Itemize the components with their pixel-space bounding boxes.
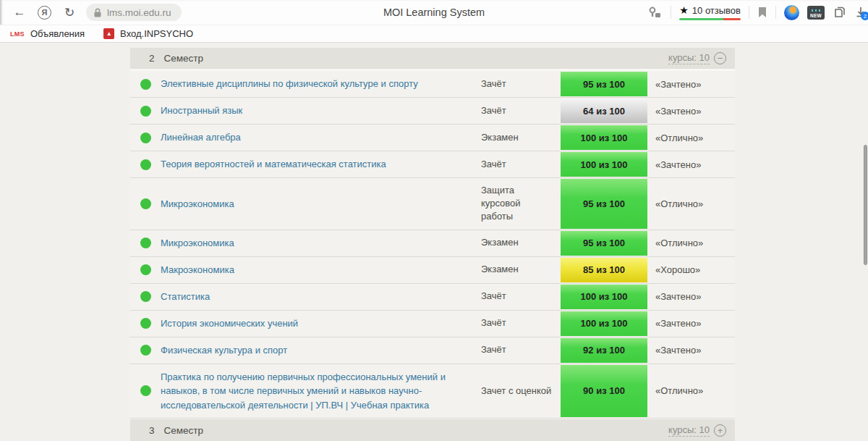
score-badge: 95 из 100 <box>561 72 647 96</box>
semester-number: 2 <box>149 53 155 64</box>
course-row: Иностранный языкЗачёт64 из 100«Зачтено» <box>130 98 735 125</box>
grade-text: «Отлично» <box>647 178 735 230</box>
score-badge: 64 из 100 <box>561 98 647 123</box>
course-link[interactable]: Микроэкономика <box>161 197 234 211</box>
bookmark-item-announcements[interactable]: LMS Объявления <box>10 28 85 39</box>
toolbar-separator <box>671 6 671 19</box>
score-cell: 95 из 100 <box>561 178 647 230</box>
collections-icon[interactable] <box>833 7 847 19</box>
status-cell <box>130 125 161 151</box>
course-status-icon <box>140 291 151 302</box>
course-link[interactable]: Микроэкономика <box>161 236 234 251</box>
course-row: МикроэкономикаЭкзамен95 из 100«Отлично» <box>130 230 735 257</box>
course-row: Практика по получению первичных професси… <box>130 364 735 419</box>
score-cell: 92 из 100 <box>561 337 647 364</box>
inpsycho-favicon: ▲ <box>103 28 114 39</box>
assessment-type: Экзамен <box>481 257 561 283</box>
score-cell: 100 из 100 <box>561 151 647 177</box>
assessment-type: Зачёт <box>481 151 561 177</box>
course-status-icon <box>140 159 151 170</box>
course-row: СтатистикаЗачёт100 из 100«Зачтено» <box>130 284 735 311</box>
status-cell <box>130 257 161 283</box>
expand-plus-icon[interactable]: + <box>714 424 726 437</box>
grade-text: «Отлично» <box>647 125 735 151</box>
collapse-minus-icon[interactable]: − <box>714 52 726 64</box>
refresh-icon[interactable]: ↻ <box>60 5 79 20</box>
status-cell <box>130 151 161 177</box>
bookmark-label: Объявления <box>30 28 85 39</box>
course-link[interactable]: Линейная алгебра <box>161 130 241 145</box>
browser-extension-icon[interactable] <box>784 5 799 20</box>
course-link[interactable]: Физическая культура и спорт <box>161 343 287 358</box>
address-bar[interactable]: lms.moi.edu.ru <box>86 4 182 21</box>
grade-text: «Отлично» <box>647 230 735 256</box>
course-status-icon <box>140 318 151 329</box>
course-link[interactable]: Макроэкономика <box>161 263 234 277</box>
grade-text: «Зачтено» <box>647 311 735 337</box>
score-cell: 100 из 100 <box>561 125 647 151</box>
toolbar-right-icons: ★ 10 отзывов NEW <box>648 4 862 20</box>
course-status-icon <box>140 133 151 143</box>
password-manager-icon[interactable] <box>648 7 663 19</box>
course-link[interactable]: Практика по получению первичных професси… <box>161 370 464 413</box>
grade-text: «Зачтено» <box>647 337 735 364</box>
course-row: Линейная алгебраЭкзамен100 из 100«Отличн… <box>130 125 735 151</box>
reviews-rating[interactable]: ★ 10 отзывов <box>679 4 741 20</box>
grade-text: «Зачтено» <box>647 98 735 124</box>
status-cell <box>130 71 161 97</box>
grade-text: «Хорошо» <box>647 257 735 283</box>
browser-toolbar: ← Я ↻ lms.moi.edu.ru MOI Learning System <box>0 0 868 25</box>
course-status-icon <box>140 345 151 356</box>
score-badge: 85 из 100 <box>561 258 647 282</box>
grade-text: «Отлично» <box>647 364 735 419</box>
assessment-type: Экзамен <box>481 230 561 256</box>
bookmark-item-inpsycho[interactable]: ▲ Вход.INPSYCHO <box>103 28 193 39</box>
browser-chrome: ← Я ↻ lms.moi.edu.ru MOI Learning System <box>0 0 868 43</box>
courses-count-label[interactable]: курсы: 10 <box>668 52 710 64</box>
semester-collapse-control[interactable]: курсы: 10 − <box>668 52 726 64</box>
scrollbar-thumb[interactable] <box>864 145 867 265</box>
courses-count-label[interactable]: курсы: 10 <box>668 424 710 437</box>
course-link[interactable]: История экономических учений <box>161 316 298 331</box>
course-row: Элективные дисциплины по физической куль… <box>130 71 735 98</box>
bookmark-icon[interactable] <box>757 7 767 18</box>
bookmark-label: Вход.INPSYCHO <box>120 28 193 39</box>
status-cell <box>130 178 161 230</box>
downloads-icon[interactable]: 2 <box>855 7 867 18</box>
course-row: МакроэкономикаЭкзамен85 из 100«Хорошо» <box>130 257 735 284</box>
status-cell <box>130 98 161 124</box>
course-row: Теория вероятностей и математическая ста… <box>130 151 735 178</box>
semester-3-header: 3 Семестр курсы: 10 + <box>130 419 735 441</box>
assessment-type: Экзамен <box>481 125 561 151</box>
semester-expand-control[interactable]: курсы: 10 + <box>668 424 726 437</box>
score-cell: 95 из 100 <box>561 71 647 97</box>
star-icon: ★ <box>679 4 689 16</box>
score-cell: 64 из 100 <box>561 98 647 124</box>
assessment-type: Зачет с оценкой <box>481 364 561 419</box>
course-status-icon <box>140 106 151 117</box>
yandex-logo-icon[interactable]: Я <box>38 6 51 20</box>
course-link[interactable]: Иностранный язык <box>161 104 242 118</box>
course-status-icon <box>140 264 151 275</box>
rating-underline <box>679 18 741 20</box>
course-link[interactable]: Элективные дисциплины по физической куль… <box>161 77 418 91</box>
new-features-icon[interactable]: NEW <box>807 6 825 20</box>
semester-title: Семестр <box>164 425 204 436</box>
semester-number: 3 <box>149 425 155 436</box>
score-badge: 95 из 100 <box>561 179 647 229</box>
score-badge: 100 из 100 <box>561 152 647 177</box>
status-cell <box>130 311 161 337</box>
lms-favicon: LMS <box>10 30 25 38</box>
assessment-type: Защита курсовой работы <box>481 178 561 230</box>
status-cell <box>130 230 161 256</box>
course-status-icon <box>140 238 151 248</box>
assessment-type: Зачёт <box>481 98 561 124</box>
course-row: Физическая культура и спортЗачёт92 из 10… <box>130 337 735 364</box>
course-link[interactable]: Статистика <box>161 290 210 304</box>
back-icon[interactable]: ← <box>10 5 29 20</box>
course-link[interactable]: Теория вероятностей и математическая ста… <box>161 157 386 172</box>
score-badge: 100 из 100 <box>561 125 647 150</box>
semester-title: Семестр <box>164 53 204 64</box>
course-row: МикроэкономикаЗащита курсовой работы95 и… <box>130 178 735 230</box>
score-badge: 100 из 100 <box>561 285 647 309</box>
